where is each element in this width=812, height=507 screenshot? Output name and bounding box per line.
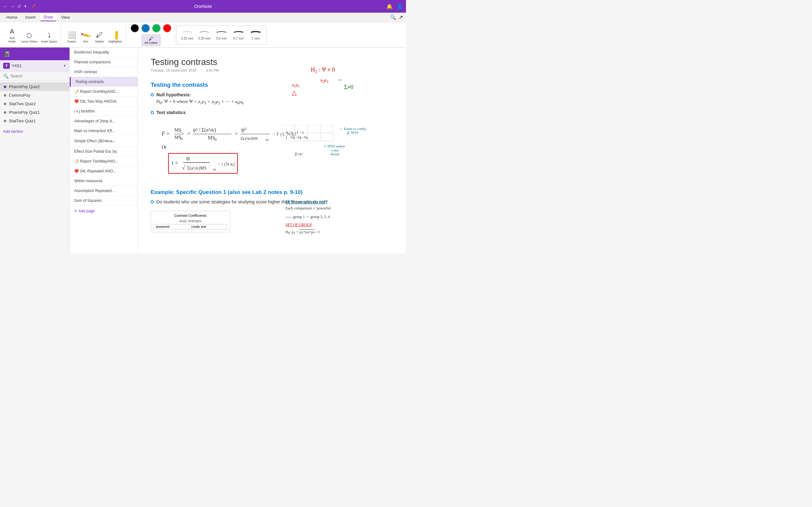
add-section-btn[interactable]: Add section [0,127,69,136]
annotation-grid-svg [282,125,393,157]
ink-colour-btn[interactable]: 🖋 Ink Colour [142,35,160,46]
color-blue[interactable] [141,24,150,33]
ribbon: A Text Mode ⬡ Lasso Select ⤵ Insert Spac… [0,22,406,48]
notebook-expand-icon[interactable]: ▼ [63,64,66,67]
svg-text:W: W [180,137,183,141]
page-item-simple-effect[interactable]: Simple Effect (當Intera... [70,136,138,147]
window-controls-right[interactable]: 🔔 👤 [386,3,403,9]
pin-btn[interactable]: 📌 [31,4,36,9]
page-item-sum-of-squares[interactable]: Sum of Squares [70,196,138,206]
stroke-035[interactable]: 0.35 mm [197,28,212,42]
page-item-planned[interactable]: Planned comparisons [70,57,138,67]
stroke-025[interactable]: 0.25 mm [180,28,195,42]
forward-btn[interactable]: → [10,4,14,9]
null-hypothesis-formula: H0: Ψ = 0 where Ψ = a1μ1 + a2μ2 + ⋯ + ak… [156,99,244,106]
page-item-repeated-ano[interactable]: ❤️ 04L Repeated ANO... [70,166,138,176]
page-label-sum-of-squares: Sum of Squares [74,199,101,203]
annotation-few: FEW comparisons only [286,200,400,205]
sidebar-item-stattwo-quiz2[interactable]: StatTwo Quiz2 [0,100,69,108]
section-dot-stattwo-quiz1 [4,120,6,122]
section-label-stattwo-quiz2: StatTwo Quiz2 [9,101,36,106]
page-item-effect-size[interactable]: Effect Size Partial Eta Sq [70,147,138,157]
bullet-test-stats [151,111,154,114]
menu-bar: Home Insert Draw View 🔍 ↗ [0,13,406,22]
page-item-report-twoway[interactable]: 📝 Report TwoWayANO... [70,157,138,166]
notification-icon[interactable]: 🔔 [386,3,393,9]
section-label-commupsy: CommuPsy [9,93,30,98]
sidebar-item-pharmpsy-quiz1[interactable]: PharmPsy Quiz1 [0,108,69,117]
share-icon[interactable]: ↗ [399,14,403,20]
page-item-bonferroni[interactable]: Bonferroni Inequality [70,48,138,57]
annotation-group-arrow: — group 1 ↔ group 2, 3, 4 [286,213,400,221]
text-mode-btn[interactable]: A Text Mode [6,26,18,45]
lasso-select-btn[interactable]: ⬡ Lasso Select [20,26,39,45]
page-label-advantages: Advantages of 2way d... [74,119,115,123]
null-hypothesis-row: Null hypothesis: H0: Ψ = 0 where Ψ = a1μ… [151,92,393,106]
section-dot-commupsy [4,94,6,97]
search-top-icon[interactable]: 🔍 [390,14,396,20]
sidebar-item-pharmpsyquiz2[interactable]: PharmPsy Quiz2 [0,82,69,91]
add-page-btn[interactable]: + Add page [70,206,138,216]
svg-text:=: = [235,130,238,137]
section-list: PharmPsy Quiz2 CommuPsy StatTwo Quiz2 Ph… [0,81,69,127]
page-item-hsr[interactable]: HSR contrast [70,67,138,77]
lasso-select-label: Lasso Select [21,40,38,43]
color-green[interactable] [152,24,161,33]
example-heading: Example: Specific Question 1 (also see L… [151,189,393,195]
page-item-advantages[interactable]: Advantages of 2way d... [70,116,138,126]
highlighter-btn[interactable]: ▐ Highlighter [107,26,123,45]
menu-home[interactable]: Home [3,14,20,21]
page-label-bonferroni: Bonferroni Inequality [74,50,109,55]
menu-draw[interactable]: Draw [40,13,56,21]
page-item-testing-contrasts[interactable]: Testing contrasts [70,77,138,87]
page-label-hsr: HSR contrast [74,70,97,74]
test-stats-row: Test statistics [151,110,393,115]
highlighter-label: Highlighter [108,40,122,43]
page-label-planned: Planned comparisons [74,60,111,64]
stroke-1[interactable]: 1 mm [248,28,263,42]
page-item-within-measures[interactable]: Within measures [70,176,138,186]
page-item-assumption[interactable]: Assumption Repeated... [70,186,138,196]
notebook-selector[interactable]: Y Y4S1 ▼ [0,60,69,72]
sidebar-item-commupsy[interactable]: CommuPsy [0,91,69,100]
menu-insert[interactable]: Insert [22,14,39,21]
svg-text:W: W [213,168,216,171]
page-item-main-vs[interactable]: Main vs Interaction Eff... [70,126,138,136]
main-layout: 📓 Y Y4S1 ▼ 🔍 PharmPsy Quiz2 CommuPsy Sta… [0,48,406,253]
eraser-btn[interactable]: ⬜ Eraser [65,26,78,45]
svg-text:W: W [266,138,269,142]
search-input[interactable] [10,74,66,78]
color-black[interactable] [131,24,139,33]
bullet-question [151,200,154,204]
pen-btn[interactable]: ✏️ Pen [79,26,92,45]
color-swatches-row [131,24,171,33]
profile-icon[interactable]: 👤 [397,3,403,9]
annotation-arrow: → [336,76,343,83]
sidebar-item-stattwo-quiz1[interactable]: StatTwo Quiz1 [0,117,69,125]
top-right-icons[interactable]: 🔍 ↗ [390,14,403,20]
page-label-report-twoway: 📝 Report TwoWayANO... [74,159,118,164]
page-item-ixj[interactable]: i x j bt/within [70,107,138,116]
color-red[interactable] [163,24,171,33]
menu-view[interactable]: View [58,14,73,21]
page-item-report-oneway[interactable]: 📝 Report OneWayANO... [70,87,138,97]
insert-space-btn[interactable]: ⤵ Insert Space [40,26,59,45]
back-btn[interactable]: ← [3,4,8,9]
page-item-twoway[interactable]: ❤️ 03L Two Way ANOVA [70,97,138,107]
history-btn[interactable]: ▼ [23,4,27,9]
svg-text:√: √ [182,164,185,171]
page-label-effect-size: Effect Size Partial Eta Sq [74,149,117,154]
svg-text:F =: F = [162,130,170,137]
ribbon-color-group: 🖋 Ink Colour [128,24,174,46]
contrast-table-preview: Contrast Coefficients study strategies a… [151,211,230,232]
stroke-05[interactable]: 0.5 mm [214,28,229,42]
refresh-btn[interactable]: ↺ [17,4,21,9]
stroke-07[interactable]: 0.7 mm [231,28,246,42]
marker-btn[interactable]: 🖊 Marker [93,26,106,45]
add-section-label: Add section [3,129,23,134]
ribbon-drawing-group: ⬜ Eraser ✏️ Pen 🖊 Marker ▐ Highlighter [63,24,126,46]
section-dot-pharmpsy-quiz1 [4,111,6,114]
formula-t-container: t = ψ √ Σ(a²ᵢnᵢ)MS W ~ t (N-k) [168,153,238,175]
annotation-panel-2: FEW comparisons only Each comparison ✓ p… [286,200,400,235]
window-controls-left[interactable]: ← → ↺ ▼ 📌 [3,4,36,9]
